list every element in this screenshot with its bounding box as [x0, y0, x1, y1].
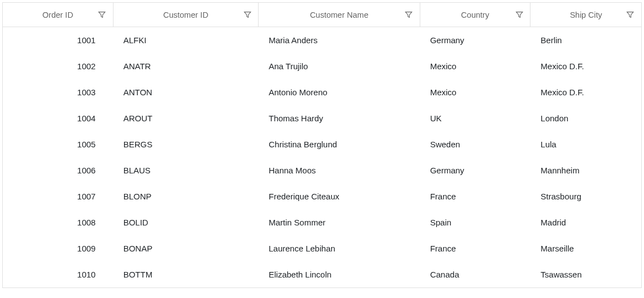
filter-icon[interactable] — [243, 11, 251, 19]
cell-customer-id: BERGS — [114, 140, 259, 149]
column-header-customer-name[interactable]: Customer Name — [259, 3, 420, 27]
cell-customer-id: ALFKI — [114, 35, 259, 45]
table-row[interactable]: 1001 ALFKI Maria Anders Germany Berlin — [3, 27, 641, 53]
cell-ship-city: Mannheim — [530, 166, 641, 175]
column-header-country[interactable]: Country — [420, 3, 531, 27]
cell-country: France — [420, 244, 531, 253]
filter-icon[interactable] — [626, 11, 635, 19]
cell-ship-city: Berlin — [530, 35, 641, 45]
cell-ship-city: Lula — [530, 140, 641, 149]
cell-customer-id: BOTTM — [114, 270, 259, 279]
column-header-order-id[interactable]: Order ID — [3, 3, 114, 27]
column-header-label: Customer ID — [120, 11, 252, 19]
header-row: Order ID Customer ID Customer Name Count… — [3, 3, 641, 27]
cell-order-id: 1003 — [3, 88, 114, 97]
table-row[interactable]: 1004 AROUT Thomas Hardy UK London — [3, 105, 641, 131]
column-header-label: Ship City — [537, 11, 635, 19]
cell-country: Mexico — [420, 88, 531, 97]
table-row[interactable]: 1006 BLAUS Hanna Moos Germany Mannheim — [3, 157, 641, 183]
cell-ship-city: London — [530, 114, 641, 123]
cell-customer-name: Maria Anders — [259, 35, 420, 45]
column-header-label: Order ID — [9, 11, 106, 19]
column-header-label: Customer Name — [265, 11, 413, 19]
cell-country: France — [420, 192, 531, 201]
cell-ship-city: Madrid — [530, 218, 641, 227]
filter-icon[interactable] — [405, 11, 413, 19]
cell-customer-name: Elizabeth Lincoln — [259, 270, 420, 279]
cell-customer-name: Hanna Moos — [259, 166, 420, 175]
cell-ship-city: Mexico D.F. — [530, 61, 641, 71]
cell-ship-city: Tsawassen — [530, 270, 641, 279]
table-row[interactable]: 1003 ANTON Antonio Moreno Mexico Mexico … — [3, 79, 641, 105]
cell-order-id: 1008 — [3, 218, 114, 227]
cell-customer-name: Antonio Moreno — [259, 88, 420, 97]
column-header-label: Country — [427, 11, 524, 19]
cell-country: Mexico — [420, 61, 531, 71]
column-header-customer-id[interactable]: Customer ID — [114, 3, 259, 27]
cell-customer-id: ANATR — [114, 61, 259, 71]
cell-order-id: 1009 — [3, 244, 114, 253]
cell-customer-name: Christina Berglund — [259, 140, 420, 149]
cell-customer-name: Frederique Citeaux — [259, 192, 420, 201]
table-row[interactable]: 1005 BERGS Christina Berglund Sweden Lul… — [3, 131, 641, 157]
cell-customer-id: AROUT — [114, 114, 259, 123]
cell-customer-name: Thomas Hardy — [259, 114, 420, 123]
column-header-ship-city[interactable]: Ship City — [530, 3, 641, 27]
filter-icon[interactable] — [98, 11, 106, 19]
cell-customer-id: BOLID — [114, 218, 259, 227]
cell-ship-city: Marseille — [530, 244, 641, 253]
cell-customer-name: Martin Sommer — [259, 218, 420, 227]
cell-country: Germany — [420, 166, 531, 175]
cell-country: UK — [420, 114, 531, 123]
cell-ship-city: Mexico D.F. — [530, 88, 641, 97]
cell-customer-name: Ana Trujilo — [259, 61, 420, 71]
cell-country: Spain — [420, 218, 531, 227]
cell-order-id: 1005 — [3, 140, 114, 149]
cell-country: Germany — [420, 35, 531, 45]
cell-order-id: 1010 — [3, 270, 114, 279]
grid-body: 1001 ALFKI Maria Anders Germany Berlin 1… — [3, 27, 641, 287]
filter-icon[interactable] — [515, 11, 523, 19]
cell-order-id: 1006 — [3, 166, 114, 175]
cell-customer-id: BLONP — [114, 192, 259, 201]
table-row[interactable]: 1009 BONAP Laurence Lebihan France Marse… — [3, 235, 641, 261]
cell-customer-id: BONAP — [114, 244, 259, 253]
cell-order-id: 1001 — [3, 35, 114, 45]
cell-customer-id: BLAUS — [114, 166, 259, 175]
cell-country: Sweden — [420, 140, 531, 149]
table-row[interactable]: 1010 BOTTM Elizabeth Lincoln Canada Tsaw… — [3, 261, 641, 287]
data-grid: Order ID Customer ID Customer Name Count… — [2, 2, 642, 288]
table-row[interactable]: 1008 BOLID Martin Sommer Spain Madrid — [3, 209, 641, 235]
cell-order-id: 1007 — [3, 192, 114, 201]
cell-customer-id: ANTON — [114, 88, 259, 97]
table-row[interactable]: 1002 ANATR Ana Trujilo Mexico Mexico D.F… — [3, 53, 641, 79]
cell-order-id: 1004 — [3, 114, 114, 123]
cell-ship-city: Strasbourg — [530, 192, 641, 201]
table-row[interactable]: 1007 BLONP Frederique Citeaux France Str… — [3, 183, 641, 209]
cell-order-id: 1002 — [3, 61, 114, 71]
cell-country: Canada — [420, 270, 531, 279]
cell-customer-name: Laurence Lebihan — [259, 244, 420, 253]
